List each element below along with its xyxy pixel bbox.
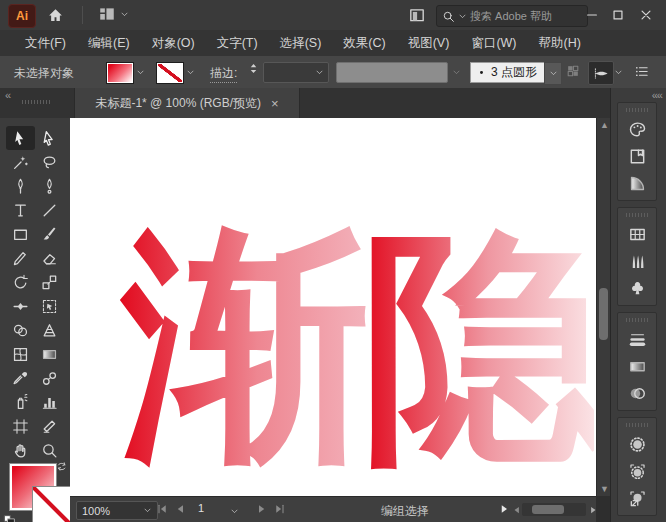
scroll-left-icon[interactable]	[512, 505, 522, 515]
artboard-number-field[interactable]: 1	[198, 502, 204, 514]
menu-file[interactable]: 文件(F)	[14, 30, 77, 56]
tool-selection[interactable]	[6, 126, 35, 150]
dock-drag-handle[interactable]	[626, 318, 648, 322]
tool-line-segment[interactable]	[35, 198, 64, 222]
tool-slice[interactable]	[35, 414, 64, 438]
panel-symbols-button[interactable]	[622, 275, 652, 302]
scroll-down-icon[interactable]: ▼	[600, 484, 609, 494]
panel-stroke-lines-button[interactable]	[622, 326, 652, 353]
panel-dial-arrow-button[interactable]	[622, 485, 652, 512]
tool-magic-wand[interactable]	[6, 150, 35, 174]
vertical-scrollbar[interactable]: ▲ ▼	[596, 118, 611, 496]
tool-rectangle[interactable]	[6, 222, 35, 246]
workspace-switcher-button[interactable]	[98, 5, 129, 23]
stroke-weight-dropdown[interactable]	[263, 62, 329, 83]
menu-window[interactable]: 窗口(W)	[460, 30, 527, 56]
artboard-canvas[interactable]: 渐 隐	[70, 118, 596, 496]
tool-perspective-grid[interactable]	[35, 318, 64, 342]
chevron-down-icon[interactable]	[230, 507, 239, 516]
menu-effect[interactable]: 效果(C)	[332, 30, 396, 56]
control-bar-menu-icon[interactable]	[634, 64, 649, 79]
dock-drag-handle[interactable]	[626, 213, 648, 217]
tool-paintbrush[interactable]	[35, 222, 64, 246]
chevron-down-icon[interactable]	[186, 68, 195, 77]
tool-curvature[interactable]	[35, 174, 64, 198]
tool-width[interactable]	[6, 294, 35, 318]
collapse-toolbar-icon[interactable]: «	[5, 89, 10, 101]
document-tab-bar: « 未标题-1* @ 100% (RGB/预览) ×	[0, 88, 610, 118]
home-button[interactable]	[44, 5, 66, 25]
tool-symbol-sprayer[interactable]	[6, 390, 35, 414]
tool-artboard[interactable]	[6, 414, 35, 438]
zoom-level-dropdown[interactable]: 100%	[76, 501, 158, 520]
tool-free-transform[interactable]	[35, 294, 64, 318]
fill-color-swatch[interactable]	[106, 62, 134, 84]
minimize-button[interactable]	[582, 4, 602, 26]
tool-mesh[interactable]	[6, 342, 35, 366]
menu-select[interactable]: 选择(S)	[269, 30, 333, 56]
panel-gradient-quarter-button[interactable]	[622, 170, 652, 197]
tool-blend[interactable]	[35, 366, 64, 390]
tool-pencil[interactable]	[6, 246, 35, 270]
toolbar-drag-handle[interactable]	[22, 100, 52, 104]
panel-swatches-button[interactable]	[622, 221, 652, 248]
tool-rotate[interactable]	[6, 270, 35, 294]
panel-color-button[interactable]	[622, 116, 652, 143]
menu-type[interactable]: 文字(T)	[206, 30, 269, 56]
art-char-1: 渐	[119, 211, 370, 486]
horizontal-scroll-thumb[interactable]	[532, 505, 564, 514]
panel-dial-button[interactable]	[622, 431, 652, 458]
dock-drag-handle[interactable]	[626, 423, 648, 427]
tool-eraser[interactable]	[35, 246, 64, 270]
menu-edit[interactable]: 编辑(E)	[77, 30, 141, 56]
chevron-down-icon[interactable]	[614, 68, 623, 77]
scroll-right-icon[interactable]	[588, 505, 598, 515]
dock-drag-handle[interactable]	[626, 108, 648, 112]
stroke-color-indicator[interactable]	[32, 486, 71, 522]
stroke-color-swatch[interactable]	[156, 62, 184, 84]
menu-object[interactable]: 对象(O)	[141, 30, 206, 56]
status-expand-arrow-icon[interactable]	[498, 503, 510, 515]
close-button[interactable]	[636, 4, 656, 26]
tab-close-icon[interactable]: ×	[271, 96, 279, 111]
tool-scale[interactable]	[35, 270, 64, 294]
next-artboard-icon[interactable]	[256, 503, 268, 515]
tool-shape-builder[interactable]	[6, 318, 35, 342]
brush-definition-dropdown-button[interactable]	[544, 62, 562, 85]
menu-help[interactable]: 帮助(H)	[528, 30, 592, 56]
tool-pen[interactable]	[6, 174, 35, 198]
horizontal-scrollbar[interactable]	[522, 503, 586, 516]
tool-direct-selection[interactable]	[35, 126, 64, 150]
titlebar-divider	[82, 6, 83, 24]
width-profile-button[interactable]	[588, 61, 614, 85]
tool-lasso[interactable]	[35, 150, 64, 174]
chevron-down-icon[interactable]	[136, 68, 145, 77]
minimize-icon	[585, 8, 599, 22]
first-artboard-icon[interactable]	[156, 503, 168, 515]
perspective-grid-icon	[41, 322, 58, 339]
maximize-button[interactable]	[608, 4, 628, 26]
tool-type[interactable]	[6, 198, 35, 222]
document-tab[interactable]: 未标题-1* @ 100% (RGB/预览) ×	[74, 88, 300, 118]
tool-gradient[interactable]	[35, 342, 64, 366]
last-artboard-icon[interactable]	[274, 503, 286, 515]
vertical-scroll-thumb[interactable]	[599, 288, 608, 340]
panel-artboards-button[interactable]	[622, 143, 652, 170]
swap-fill-stroke-icon[interactable]	[56, 460, 69, 473]
search-input[interactable]: 搜索 Adobe 帮助	[436, 5, 588, 27]
previous-artboard-icon[interactable]	[174, 503, 186, 515]
panel-dial-bracket-button[interactable]	[622, 458, 652, 485]
panel-brushes-button[interactable]	[622, 248, 652, 275]
collapse-dock-icon[interactable]: ««	[652, 89, 662, 101]
stroke-weight-stepper[interactable]	[248, 63, 259, 81]
menu-view[interactable]: 视图(V)	[397, 30, 461, 56]
panel-transparency-button[interactable]	[622, 380, 652, 407]
scroll-up-icon[interactable]: ▲	[600, 120, 609, 130]
app-logo: Ai	[8, 4, 36, 28]
panel-gradient-rect-button[interactable]	[622, 353, 652, 380]
default-fill-stroke-icon[interactable]	[3, 514, 16, 522]
tool-eyedropper[interactable]	[6, 366, 35, 390]
arrange-documents-button[interactable]	[408, 6, 426, 24]
tool-column-graph[interactable]	[35, 390, 64, 414]
stroke-panel-link[interactable]: 描边:	[210, 65, 237, 83]
